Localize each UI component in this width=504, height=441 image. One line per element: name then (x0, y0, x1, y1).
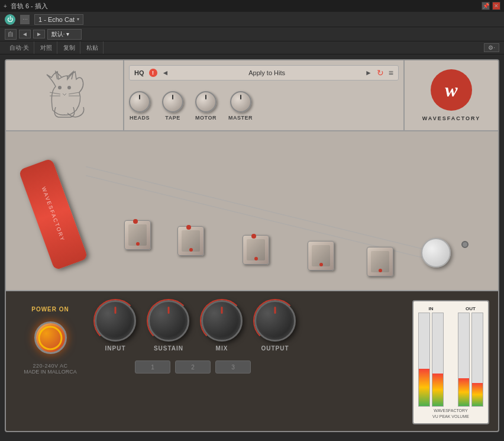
mix-knob-label: MIX (216, 345, 228, 352)
vu-peak-label: VU PEAK VOLUME (418, 414, 483, 419)
motor-knob-item: MOTOR (195, 91, 217, 121)
white-knob[interactable] (421, 238, 451, 268)
power-info: 220-240V AC MADE IN MALLORCA (24, 363, 77, 375)
controls-bar-2: 自动·关 对照 复制 粘贴 ⚙· (0, 41, 504, 54)
sustain-knob-ring (147, 299, 190, 343)
prev-button[interactable]: ◄ (19, 30, 31, 38)
heads-knob[interactable] (129, 91, 150, 112)
window-title: 音轨 6 - 插入 (11, 2, 48, 11)
default-dropdown[interactable]: 默认· ▾ (47, 29, 82, 40)
apply-to-hits-label: Apply to Hits (173, 69, 360, 76)
vu-out-bar-right (471, 313, 483, 407)
heads-knob-item: HEADS (129, 91, 150, 121)
power-icon[interactable]: ⏻ (5, 14, 15, 25)
tape-machine-section: WAVESFACTORY (6, 131, 498, 291)
refresh-icon[interactable]: ↻ (377, 68, 384, 78)
top-knobs-row: HEADS TAPE MOTOR MASTER (129, 91, 399, 121)
output-knob-ring (253, 299, 297, 343)
power-voltage: 220-240V AC (24, 363, 77, 369)
head-pivot-1 (133, 219, 138, 224)
delay-btn-3[interactable]: 3 (215, 360, 251, 374)
controls-bar-1: 自 ◄ ► 默认· ▾ (0, 27, 504, 41)
output-knob-item: OUTPUT (254, 300, 296, 352)
auto-off-label: 自动·关 (5, 41, 34, 54)
title-bar-left: + 音轨 6 - 插入 (4, 2, 48, 11)
power-label: POWER ON (31, 306, 69, 313)
paste-label[interactable]: 粘贴 (82, 41, 104, 54)
dot-end (461, 241, 469, 248)
motor-knob[interactable] (195, 91, 217, 112)
mix-knob[interactable] (201, 300, 243, 342)
tape-head-4[interactable] (308, 241, 334, 271)
vu-meter-section: IN + 1 2 3 (412, 300, 489, 424)
cat-icon (35, 69, 94, 122)
head-dot-4 (319, 263, 323, 266)
tape-knob-item: TAPE (162, 91, 183, 121)
tape-head-5[interactable] (367, 247, 393, 276)
tape-knob[interactable] (162, 91, 183, 112)
master-knob[interactable] (230, 91, 251, 112)
track-bar: ⏻ ⋯ 1 - Echo Cat ▾ (0, 12, 504, 27)
vu-out-level-left (458, 378, 469, 406)
hq-row: HQ ! ◄ Apply to Hits ► ↻ ≡ (129, 65, 399, 81)
hq-next-arrow[interactable]: ► (365, 69, 372, 77)
tape-head-3[interactable] (243, 235, 269, 265)
title-bar-controls: 📌 ✕ (482, 2, 500, 10)
link-icon[interactable]: ⋯ (20, 15, 30, 24)
sustain-knob-item: SUSTAIN (148, 300, 189, 352)
close-button[interactable]: ✕ (492, 2, 500, 10)
tape-head-2[interactable] (177, 226, 204, 256)
auto-button[interactable]: 自 (5, 29, 17, 40)
hq-controls-area: HQ ! ◄ Apply to Hits ► ↻ ≡ HEADS TAPE (124, 60, 403, 130)
mix-knob-ring (200, 299, 244, 343)
master-knob-label: MASTER (228, 115, 253, 121)
plugin-top: HQ ! ◄ Apply to Hits ► ↻ ≡ HEADS TAPE (6, 60, 498, 131)
head-pivot-3 (251, 234, 256, 239)
slider-text: WAVESFACTORY (41, 186, 66, 242)
menu-icon[interactable]: ≡ (389, 68, 393, 78)
tape-head-1[interactable] (124, 220, 151, 250)
vu-out-label: OUT (466, 306, 476, 311)
tape-knob-label: TAPE (165, 115, 180, 121)
tape-slider[interactable]: WAVESFACTORY (18, 158, 88, 271)
input-knob-label: INPUT (105, 345, 126, 352)
vu-in-bar-left (418, 313, 430, 407)
svg-line-2 (50, 92, 60, 94)
pin-button[interactable]: 📌 (482, 2, 490, 10)
copy-label[interactable]: 复制 (59, 41, 80, 54)
svg-line-4 (69, 92, 79, 94)
pair-label[interactable]: 对照 (35, 41, 57, 54)
sustain-knob[interactable] (148, 300, 189, 342)
delay-btn-2[interactable]: 2 (175, 360, 211, 374)
delay-buttons: 1 2 3 (95, 360, 403, 374)
gear-button[interactable]: ⚙· (484, 43, 499, 52)
vu-out-channel: OUT (458, 306, 483, 407)
power-button[interactable] (34, 321, 67, 354)
wavesfactory-text: WAVESFACTORY (422, 115, 480, 121)
next-button[interactable]: ► (33, 30, 45, 38)
vu-brand-label: WAVESFACTORY (418, 408, 483, 413)
hq-prev-arrow[interactable]: ◄ (162, 69, 169, 77)
hq-warning[interactable]: ! (149, 69, 157, 77)
title-bar: + 音轨 6 - 插入 📌 ✕ (0, 0, 504, 12)
power-made-label: MADE IN MALLORCA (24, 369, 77, 375)
vu-in-bar-right (432, 313, 444, 407)
vu-out-bar-left (458, 313, 470, 407)
head-dot-2 (189, 248, 193, 252)
wavesfactory-logo-area: w WAVESFACTORY (403, 60, 498, 130)
delay-btn-1[interactable]: 1 (135, 360, 170, 374)
vu-in-level-right (432, 374, 443, 406)
vu-out-level-right (472, 383, 483, 406)
vu-scale-spacer (446, 306, 455, 407)
wf-logo-circle: w (431, 69, 472, 111)
output-knob[interactable] (254, 300, 296, 342)
track-name-display[interactable]: 1 - Echo Cat ▾ (34, 14, 83, 25)
power-section: POWER ON 220-240V AC MADE IN MALLORCA (15, 300, 86, 424)
main-knobs-row: INPUT SUSTAIN MIX (95, 300, 403, 352)
output-knob-label: OUTPUT (261, 345, 289, 352)
input-knob[interactable] (95, 300, 136, 342)
hq-label: HQ (134, 69, 144, 76)
vu-in-channel: IN + 1 2 3 (418, 306, 444, 407)
cat-logo-area (6, 60, 124, 130)
svg-point-1 (67, 86, 71, 89)
